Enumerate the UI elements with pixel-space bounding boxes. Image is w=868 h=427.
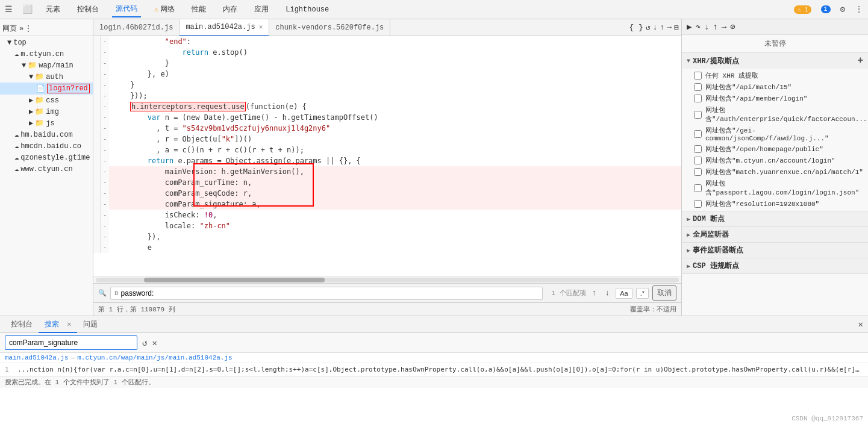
deactivate-icon[interactable]: ⊘ [730, 22, 735, 32]
bottom-tab-search[interactable]: 搜索 ✕ [39, 316, 77, 333]
step-icon[interactable]: → [722, 22, 726, 32]
path-url-link[interactable]: m.ctyun.cn/wap/main/js/main.ad51042a.js [77, 354, 232, 361]
tab-chunk-js[interactable]: chunk-vendors.5620f0fe.js [269, 19, 390, 36]
tab-performance[interactable]: 性能 [188, 2, 210, 17]
scroll-thumb[interactable] [144, 278, 325, 282]
code-view[interactable]: - "end": - return e.stop() - [93, 36, 681, 276]
xhr-bp-item-5[interactable]: 网址包含"/open/homepage/public" [682, 143, 868, 155]
xhr-bp-item-6[interactable]: 网址包含"m.ctyun.cn/account/login" [682, 155, 868, 166]
search-input[interactable] [121, 289, 539, 298]
line-content-5: } [109, 79, 681, 90]
inspect-icon[interactable]: ☰ [5, 4, 13, 14]
tree-item-wap[interactable]: ▼ 📁 wap/main [0, 60, 93, 71]
tab-block-icon[interactable]: ⊟ [674, 23, 679, 33]
line-content-19: }), [109, 231, 681, 242]
dom-breakpoints-header[interactable]: ▶ DOM 断点 [682, 211, 868, 226]
xhr-bp-item-3[interactable]: 网址包含"/auth/enterprise/quick/factorAccoun… [682, 104, 868, 125]
resume-icon[interactable]: ▶ [687, 22, 692, 32]
search-prev-btn[interactable]: ↑ [590, 287, 599, 299]
tree-item-css[interactable]: ▶ 📁 css [0, 95, 93, 106]
xhr-bp-item-4[interactable]: 网址包含"/gei-common/jsonComp/f/awd/log.j...… [682, 125, 868, 143]
tab-down-icon[interactable]: ↓ [653, 23, 658, 32]
xhr-bp-checkbox-3[interactable] [694, 111, 702, 119]
tab-actions: { } ↺ ↓ ↑ → ⊟ [627, 23, 682, 33]
cloud-icon-wwwctyun: ☁ [14, 164, 19, 173]
search-case-btn[interactable]: Aa [616, 288, 632, 299]
tree-item-top[interactable]: ▼ top [0, 37, 93, 48]
tree-item-img[interactable]: ▶ 📁 img [0, 106, 93, 117]
xhr-bp-checkbox-6[interactable] [694, 157, 702, 164]
device-icon[interactable]: ⬜ [22, 4, 33, 14]
xhr-bp-checkbox-9[interactable] [694, 200, 702, 208]
global-listeners-header[interactable]: ▶ 全局监听器 [682, 227, 868, 242]
tree-item-qzone[interactable]: ☁ qzonestyle.gtime [0, 152, 93, 163]
bottom-panel-close-btn[interactable]: ✕ [104, 319, 863, 329]
xhr-bp-item-9[interactable]: 网址包含"resolution=1920x1080" [682, 198, 868, 210]
bottom-tab-search-close[interactable]: ✕ [67, 320, 71, 329]
xhr-bp-item-2[interactable]: 网址包含"/api/member/login" [682, 93, 868, 104]
tree-item-js[interactable]: ▶ 📁 js [0, 117, 93, 129]
tree-item-login[interactable]: 📄 login?red [0, 83, 93, 95]
tree-item-hmcdn[interactable]: ☁ hmcdn.baidu.co [0, 140, 93, 152]
more-icon[interactable]: ⋮ [855, 4, 863, 14]
line-diff-14: - [101, 177, 109, 188]
tree-more-btn[interactable]: ⋮ [23, 23, 33, 34]
search-cancel-btn[interactable]: 取消 [652, 285, 676, 301]
bottom-clear-btn[interactable]: ✕ [152, 338, 157, 348]
bottom-search-input[interactable] [9, 338, 133, 347]
xhr-bp-checkbox-1[interactable] [694, 83, 702, 91]
bottom-result-row[interactable]: 1 ...nction n(n){for(var r,a,c=n[0],u=n[… [0, 363, 868, 376]
tree-item-wwwctyun[interactable]: ☁ www.ctyun.cn [0, 163, 93, 175]
xhr-bp-checkbox-0[interactable] [694, 72, 702, 79]
dom-collapse-icon: ▶ [687, 216, 690, 223]
step-over-icon[interactable]: ↷ [695, 22, 700, 32]
xhr-bp-item-1[interactable]: 网址包含"/api/match/15" [682, 81, 868, 93]
tab-refresh-icon[interactable]: ↺ [646, 23, 651, 33]
line-content-16: comParam_signature: a, [109, 199, 681, 210]
tab-application[interactable]: 应用 [251, 2, 272, 17]
xhr-bp-checkbox-4[interactable] [694, 130, 702, 138]
xhr-bp-item-0[interactable]: 任何 XHR 或提取 [682, 70, 868, 81]
tab-login-js[interactable]: login.46b0271d.js [93, 19, 180, 36]
xhr-bp-item-8[interactable]: 网址包含"passport.lagou.com/login/login.json… [682, 178, 868, 198]
tree-item-hmbaidu-label: hm.baidu.com [20, 131, 72, 139]
xhr-bp-checkbox-7[interactable] [694, 168, 702, 176]
xhr-bp-checkbox-2[interactable] [694, 95, 702, 102]
scroll-track[interactable] [96, 278, 679, 282]
tab-up-icon[interactable]: ↑ [660, 23, 665, 32]
path-file-link[interactable]: main.ad51042a.js [5, 354, 69, 361]
folder-icon-wap: 📁 [28, 61, 37, 70]
tab-elements[interactable]: 元素 [42, 2, 64, 17]
tab-console[interactable]: 控制台 [73, 2, 102, 17]
settings-icon[interactable]: ⚙ [840, 4, 845, 14]
xhr-breakpoints-header[interactable]: ▼ XHR/提取断点 + [682, 53, 868, 69]
bottom-refresh-btn[interactable]: ↺ [142, 338, 147, 348]
tab-arrow-icon[interactable]: → [667, 23, 672, 32]
step-out-icon[interactable]: ↑ [713, 22, 717, 32]
xhr-bp-item-7[interactable]: 网址包含"match.yuanrenxue.cn/api/match/1" [682, 166, 868, 178]
xhr-bp-checkbox-5[interactable] [694, 145, 702, 153]
tab-main-js-close[interactable]: ✕ [259, 23, 263, 31]
xhr-bp-checkbox-8[interactable] [694, 184, 702, 192]
event-listeners-header[interactable]: ▶ 事件监听器断点 [682, 243, 868, 258]
xhr-add-btn[interactable]: + [857, 55, 863, 66]
search-regex-btn[interactable]: .* [636, 288, 649, 299]
tab-lighthouse[interactable]: Lighthouse [282, 3, 333, 16]
tab-format-icon[interactable]: { } [629, 23, 643, 32]
tab-main-js[interactable]: main.ad51042a.js ✕ [180, 19, 269, 36]
code-scrollbar[interactable] [93, 276, 681, 283]
tab-memory[interactable]: 内存 [219, 2, 241, 17]
search-input-wrapper: B [110, 287, 543, 300]
tab-network[interactable]: ⚠ 网络 [151, 2, 178, 17]
step-into-icon[interactable]: ↓ [704, 22, 709, 32]
search-next-btn[interactable]: ↓ [602, 287, 612, 299]
tree-item-hmbaidu[interactable]: ☁ hm.baidu.com [0, 129, 93, 140]
tab-sources[interactable]: 源代码 [112, 1, 141, 17]
csp-violations-header[interactable]: ▶ CSP 违规断点 [682, 258, 868, 273]
event-listeners-section: ▶ 事件监听器断点 [682, 243, 868, 258]
tree-item-ctyun[interactable]: ☁ m.ctyun.cn [0, 48, 93, 60]
bottom-tab-issues[interactable]: 问题 [77, 316, 104, 333]
bottom-tab-console[interactable]: 控制台 [5, 316, 39, 333]
tree-title: 网页 [2, 23, 17, 34]
tree-item-auth[interactable]: ▼ 📁 auth [0, 71, 93, 83]
